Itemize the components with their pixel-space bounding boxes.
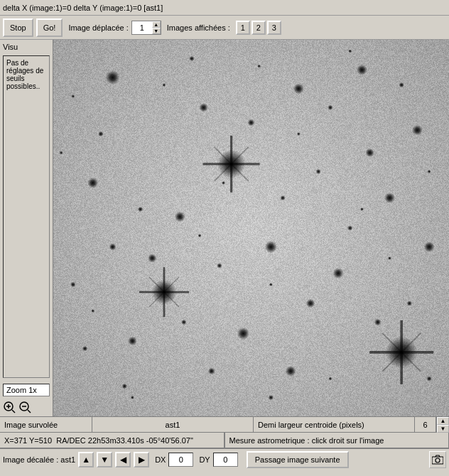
passage-btn[interactable]: Passage image suivante (247, 451, 349, 468)
mesure-text: Mesure astrometrique : click droit sur l… (229, 436, 384, 445)
star-field-canvas[interactable] (53, 40, 449, 416)
mesure-cell: Mesure astrometrique : click droit sur l… (224, 433, 450, 448)
settings-box: Pas de réglages de seuils possibles.. (3, 55, 50, 378)
title-text: delta X (image:1)=0 delta Y (image:1)=0 … (3, 4, 163, 12)
image-deplacee-spinner[interactable]: ▲ ▼ (131, 21, 161, 35)
demi-largeur-label-cell: Demi largeur centroide (pixels) (254, 417, 415, 432)
coords-text: X=371 Y=510 (4, 436, 52, 445)
camera-icon[interactable] (429, 451, 446, 468)
arrow-right-btn[interactable]: ▶ (134, 452, 149, 467)
image-survolee-value: ast1 (166, 421, 180, 429)
demi-largeur-value-cell: 6 (415, 417, 436, 432)
arrow-left-btn[interactable]: ◀ (115, 452, 131, 467)
image-deplacee-label: Image déplacée : (68, 23, 128, 32)
arrow-down-btn[interactable]: ▼ (97, 452, 112, 467)
spinner-buttons: ▲ ▼ (152, 21, 161, 34)
stop-button[interactable]: Stop (3, 18, 33, 37)
image-btn-1[interactable]: 1 (236, 21, 250, 35)
zoom-out-icon[interactable] (18, 401, 31, 413)
toolbar: Stop Go! Image déplacée : ▲ ▼ Images aff… (0, 16, 449, 40)
spinner-down[interactable]: ▼ (152, 28, 161, 34)
zoom-label: Zoom 1x (3, 384, 50, 396)
arrow-up-btn[interactable]: ▲ (78, 452, 94, 467)
zoom-in-icon[interactable] (3, 401, 16, 413)
dx-input[interactable] (168, 453, 193, 467)
image-btn-3[interactable]: 3 (267, 21, 281, 35)
status-row-1: Image survolée ast1 Demi largeur centroi… (0, 417, 449, 433)
main-content: Visu Pas de réglages de seuils possibles… (0, 40, 449, 416)
image-survolee-label: Image survolée (4, 421, 58, 429)
scroll-up-btn[interactable]: ▲ (437, 417, 449, 425)
svg-point-8 (436, 458, 440, 463)
svg-line-3 (12, 410, 15, 413)
image-survolee-label-cell: Image survolée (0, 417, 92, 432)
scroll-down-btn[interactable]: ▼ (437, 425, 449, 433)
status-bar: Image survolée ast1 Demi largeur centroi… (0, 416, 449, 476)
image-area[interactable] (53, 40, 449, 416)
image-display-buttons: 1 2 3 (236, 21, 281, 35)
images-affichees-label: Images affichées : (167, 23, 230, 32)
demi-largeur-label: Demi largeur centroide (pixels) (258, 421, 364, 429)
sidebar: Visu Pas de réglages de seuils possibles… (0, 40, 53, 416)
visu-label: Visu (3, 43, 50, 51)
dx-label: DX (155, 455, 166, 464)
zoom-controls (3, 401, 50, 413)
demi-largeur-value: 6 (423, 421, 427, 429)
status-row-2: X=371 Y=510 RA/DEC 22h53m33.410s -05°40'… (0, 433, 449, 448)
coords-cell: X=371 Y=510 RA/DEC 22h53m33.410s -05°40'… (0, 433, 224, 448)
spinner-up[interactable]: ▲ (152, 21, 161, 28)
image-decalee-label: Image décalée : ast1 (3, 455, 75, 464)
image-btn-2[interactable]: 2 (251, 21, 266, 35)
image-survolee-value-cell: ast1 (92, 417, 254, 432)
settings-text: Pas de réglages de seuils possibles.. (6, 59, 43, 90)
scroll-buttons: ▲ ▼ (436, 417, 449, 432)
bottom-controls: Image décalée : ast1 ▲ ▼ ◀ ▶ DX DY Passa… (0, 448, 449, 470)
image-deplacee-input[interactable] (132, 21, 152, 34)
radec-text: RA/DEC 22h53m33.410s -05°40'56.07" (56, 436, 193, 445)
svg-line-6 (28, 410, 31, 413)
dy-input[interactable] (213, 453, 238, 467)
dy-label: DY (199, 455, 210, 464)
go-button[interactable]: Go! (36, 18, 63, 37)
title-bar: delta X (image:1)=0 delta Y (image:1)=0 … (0, 0, 449, 16)
